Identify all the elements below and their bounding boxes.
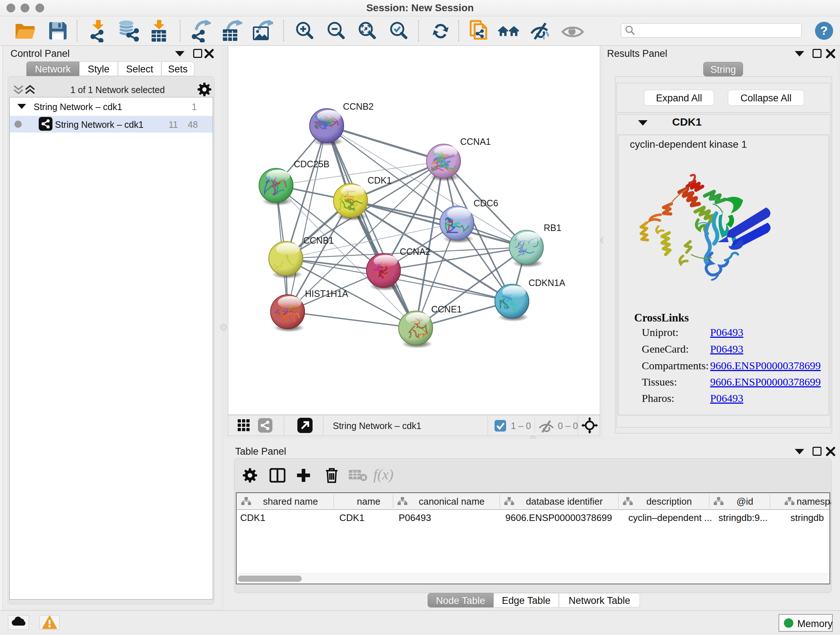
svg-text:CCNE1: CCNE1 <box>431 304 462 314</box>
svg-text:CDK1: CDK1 <box>368 175 392 185</box>
svg-text:CDC6: CDC6 <box>474 198 498 208</box>
svg-text:?: ? <box>821 24 828 37</box>
svg-text:CCNA1: CCNA1 <box>460 136 491 147</box>
svg-text:CCNA2: CCNA2 <box>400 247 431 257</box>
svg-text:CCNB1: CCNB1 <box>303 235 334 245</box>
svg-text:f(x): f(x) <box>373 467 393 483</box>
svg-text:RB1: RB1 <box>544 223 561 233</box>
svg-text:CDKN1A: CDKN1A <box>529 278 565 288</box>
svg-text:HIST1H1A: HIST1H1A <box>305 288 348 299</box>
svg-text:CCNB2: CCNB2 <box>343 101 374 111</box>
svg-text:CDC25B: CDC25B <box>294 159 330 169</box>
